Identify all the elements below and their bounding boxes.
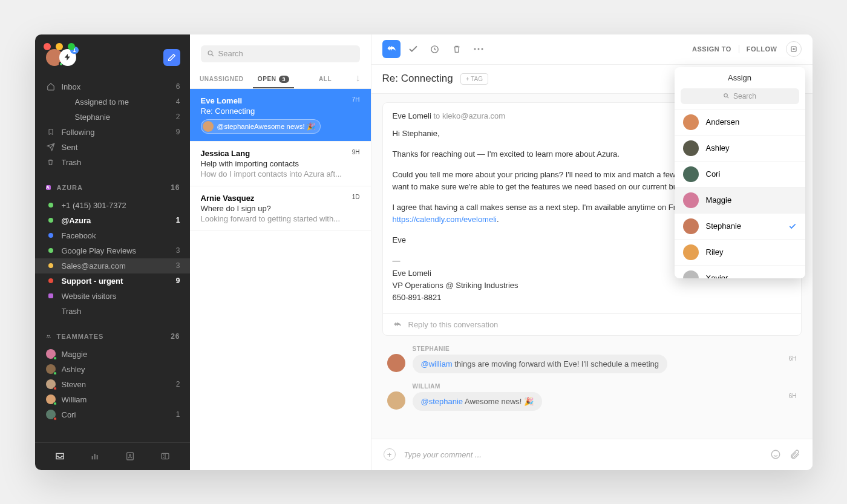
sidebar-item-following[interactable]: Following9 <box>35 125 190 140</box>
popover-search-placeholder: Search <box>733 92 756 100</box>
analytics-icon[interactable] <box>89 451 101 461</box>
teammate-steven[interactable]: Steven2 <box>35 377 190 392</box>
popout-button[interactable] <box>786 41 802 57</box>
more-button[interactable] <box>469 40 488 58</box>
assign-person-ashley[interactable]: Ashley <box>675 135 805 161</box>
teammate-ashley[interactable]: Ashley <box>35 362 190 377</box>
channel-google-play-reviews[interactable]: Google Play Reviews3 <box>35 243 190 258</box>
comment-author: WILLIAM <box>413 383 797 390</box>
status-dot <box>48 263 53 268</box>
conversation-item[interactable]: Jessica Lang9HHelp with importing contac… <box>190 142 371 186</box>
settings-icon[interactable] <box>159 451 171 461</box>
channel-label: Support - urgent <box>62 277 176 286</box>
follow-button[interactable]: FOLLOW <box>747 45 777 53</box>
minimize-window-icon[interactable] <box>56 43 63 50</box>
emoji-icon[interactable] <box>770 449 781 460</box>
inbox-view-icon[interactable] <box>54 451 66 462</box>
calendly-link[interactable]: https://calendly.com/evelomeli <box>393 215 497 224</box>
azura-header-count: 16 <box>171 183 180 192</box>
sidebar-item-label: Following <box>62 128 176 137</box>
conversation-subject: Where do I sign up? <box>201 204 360 213</box>
assign-person-maggie[interactable]: Maggie <box>675 187 805 213</box>
sidebar-item-assigned-to-me[interactable]: Assigned to me4 <box>35 94 190 110</box>
conversation-item[interactable]: Eve Lomeli7HRe: Connecting@stephanie Awe… <box>190 89 371 142</box>
conversation-subject: Re: Connecting <box>201 106 360 116</box>
sidebar-scroll: Inbox6Assigned to me4Stephanie2Following… <box>35 77 190 442</box>
composer-add-icon[interactable]: + <box>384 448 396 460</box>
svg-rect-2 <box>91 456 93 459</box>
assign-person-cori[interactable]: Cori <box>675 161 805 187</box>
assign-to-button[interactable]: ASSIGN TO <box>692 45 731 53</box>
comments: STEPHANIE@william things are moving forw… <box>371 336 813 424</box>
svg-point-1 <box>48 335 50 336</box>
comment: WILLIAM@stephanie Awesome news! 🎉6H <box>371 378 813 416</box>
sidebar-item-count: 6 <box>176 82 180 91</box>
search-placeholder: Search <box>218 49 243 58</box>
channel-support-urgent[interactable]: Support - urgent9 <box>35 273 190 289</box>
comment-bubble: @william things are moving forward with … <box>413 355 668 373</box>
attachment-icon[interactable] <box>790 449 800 460</box>
svg-rect-3 <box>94 454 95 459</box>
conversation-time: 7H <box>352 96 360 105</box>
compose-button[interactable] <box>163 49 180 66</box>
sidebar-item-stephanie[interactable]: Stephanie2 <box>35 110 190 125</box>
tab-open[interactable]: OPEN3 <box>247 76 299 88</box>
archive-check-button[interactable] <box>404 40 422 58</box>
status-dot <box>48 233 53 238</box>
channel-facebook[interactable]: Facebook <box>35 228 190 243</box>
channel-trash[interactable]: Trash <box>35 304 190 319</box>
sidebar-item-count: 4 <box>176 97 180 106</box>
status-dot <box>48 218 53 223</box>
channel-sales-azura-com[interactable]: Sales@azura.com3 <box>35 258 190 273</box>
popover-search[interactable]: Search <box>681 88 799 104</box>
svg-point-14 <box>771 450 780 459</box>
conversation-list-pane: Search UNASSIGNED OPEN3 ALL ↓ Eve Lomeli… <box>190 34 371 470</box>
svg-point-0 <box>47 335 48 336</box>
channel--1-415-301-7372[interactable]: +1 (415) 301-7372 <box>35 198 190 213</box>
sidebar-item-sent[interactable]: Sent <box>35 140 190 155</box>
teammate-william[interactable]: William <box>35 392 190 407</box>
maximize-window-icon[interactable] <box>68 43 75 50</box>
activity-button[interactable]: 1 <box>59 49 76 66</box>
search-input[interactable]: Search <box>201 45 360 62</box>
sidebar-item-inbox[interactable]: Inbox6 <box>35 79 190 94</box>
reply-all-button[interactable] <box>382 40 401 58</box>
channel-count: 9 <box>176 277 180 285</box>
channel--azura[interactable]: @Azura1 <box>35 213 190 228</box>
azura-header[interactable]: A AZURA 16 <box>35 172 190 195</box>
person-name: Cori <box>706 169 721 178</box>
teammate-avatar <box>46 349 56 359</box>
assign-person-riley[interactable]: Riley <box>675 239 805 265</box>
trash-icon <box>46 158 56 166</box>
popover-title: Assign <box>675 67 805 88</box>
conversation-time: 9H <box>352 149 360 158</box>
email-to: kieko@azura.com <box>442 111 505 120</box>
svg-point-15 <box>724 94 728 97</box>
channel-website-visitors[interactable]: Website visitors <box>35 289 190 304</box>
reply-bar[interactable]: Reply to this conversation <box>383 313 801 335</box>
mention-pill: @stephanie Awesome news! 🎉 <box>201 119 321 134</box>
tab-unassigned[interactable]: UNASSIGNED <box>196 76 248 88</box>
trash-button[interactable] <box>448 40 466 58</box>
teammates-header[interactable]: TEAMMATES 26 <box>35 321 190 344</box>
assign-person-xavier[interactable]: Xavier <box>675 265 805 278</box>
status-square <box>48 293 53 298</box>
contacts-icon[interactable] <box>124 451 136 461</box>
teammate-maggie[interactable]: Maggie <box>35 347 190 362</box>
teammate-count: 2 <box>176 380 180 388</box>
comment-composer[interactable]: + Type your comment ... <box>371 439 813 470</box>
sidebar-item-trash[interactable]: Trash <box>35 155 190 170</box>
teammate-cori[interactable]: Cori1 <box>35 407 190 422</box>
person-name: Xavier <box>706 273 728 278</box>
assign-person-andersen[interactable]: Andersen <box>675 109 805 135</box>
assign-person-stephanie[interactable]: Stephanie <box>675 213 805 239</box>
teammate-avatar <box>46 364 56 374</box>
sidebar: 1 Inbox6Assigned to me4Stephanie2Followi… <box>35 34 190 470</box>
tab-all[interactable]: ALL <box>299 76 352 88</box>
close-window-icon[interactable] <box>44 43 51 50</box>
add-tag-button[interactable]: + TAG <box>460 73 488 85</box>
teammate-label: Ashley <box>62 365 180 374</box>
sort-button[interactable]: ↓ <box>352 73 365 88</box>
conversation-item[interactable]: Arnie Vasquez1DWhere do I sign up?Lookin… <box>190 186 371 231</box>
snooze-button[interactable] <box>426 40 444 58</box>
